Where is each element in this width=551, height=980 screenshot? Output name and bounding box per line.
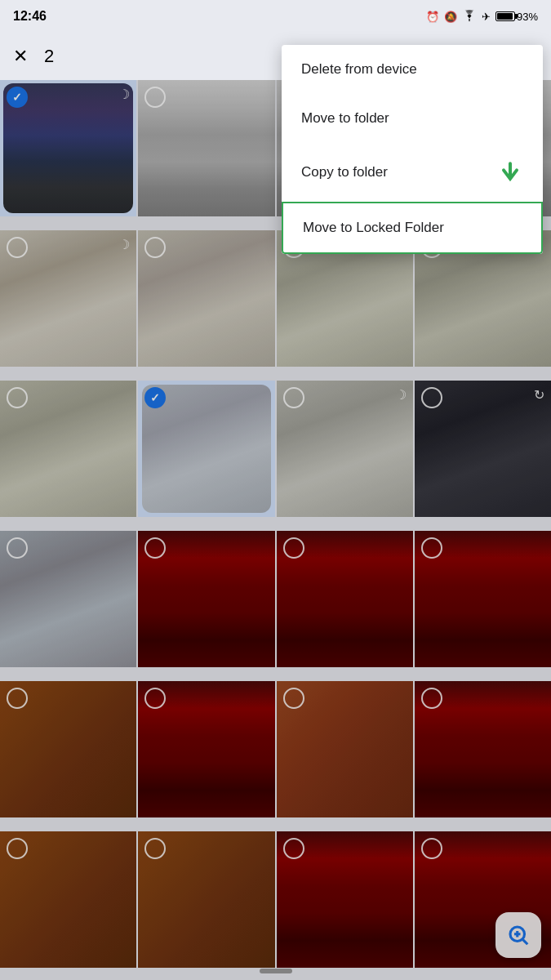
airplane-icon: ✈ [482,11,491,23]
alarm-icon: ⏰ [426,11,439,23]
status-bar: 12:46 ⏰ 🔕 ✈ 93% [0,0,551,33]
copy-to-folder-item[interactable]: Copy to folder [282,143,543,202]
battery-icon: 93% [495,11,538,23]
svg-point-0 [469,20,470,20]
move-to-locked-folder-item[interactable]: Move to Locked Folder [282,202,543,254]
dropdown-menu: Delete from device Move to folder Copy t… [282,45,543,254]
move-to-folder-item[interactable]: Move to folder [282,94,543,143]
silent-icon: 🔕 [444,11,457,23]
copy-to-folder-label: Copy to folder [301,164,388,180]
wifi-icon [462,10,477,24]
close-button[interactable]: ✕ [13,46,28,67]
green-arrow-icon [497,159,523,185]
move-to-locked-folder-label: Move to Locked Folder [303,220,444,236]
move-to-folder-label: Move to folder [301,110,389,127]
delete-from-device-label: Delete from device [301,61,417,78]
delete-from-device-item[interactable]: Delete from device [282,45,543,94]
status-icons: ⏰ 🔕 ✈ 93% [426,10,538,24]
status-time: 12:46 [13,9,47,24]
